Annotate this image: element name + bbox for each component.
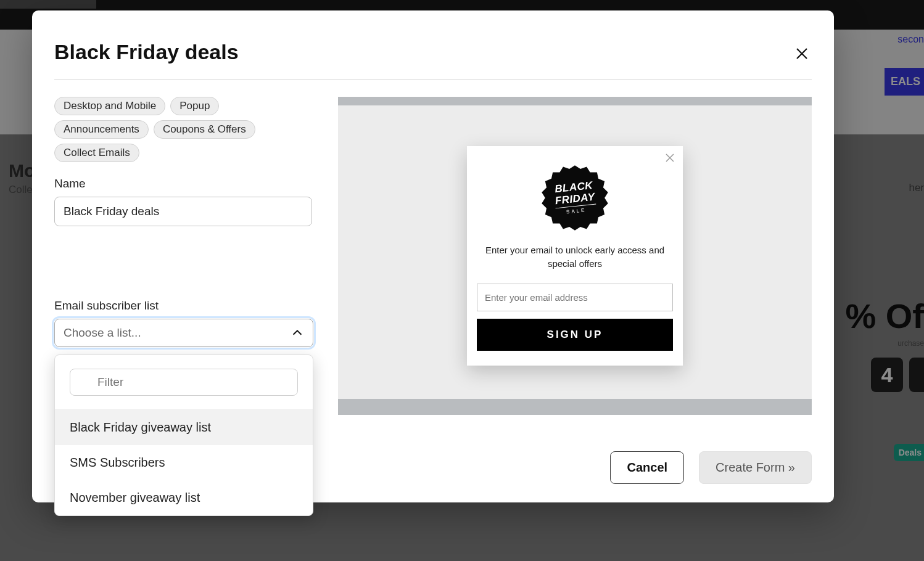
cancel-button[interactable]: Cancel <box>610 451 684 484</box>
email-list-select: Choose a list... Black Friday giveaway l… <box>54 319 312 347</box>
chevron-up-icon <box>291 326 304 340</box>
dropdown-filter-wrap <box>55 355 313 410</box>
dropdown-option-sms[interactable]: SMS Subscribers <box>55 445 313 480</box>
select-placeholder: Choose a list... <box>64 326 141 340</box>
modal-title: Black Friday deals <box>54 40 812 64</box>
tag-popup[interactable]: Popup <box>170 97 219 115</box>
dropdown-option-black-friday[interactable]: Black Friday giveaway list <box>55 410 313 445</box>
name-label: Name <box>54 177 312 190</box>
tag-coupons-offers[interactable]: Coupons & Offers <box>154 120 255 139</box>
badge-line3: SALE <box>566 207 587 215</box>
close-icon <box>794 46 809 61</box>
badge-line2: FRIDAY <box>555 191 596 208</box>
black-friday-badge: BLACK FRIDAY SALE <box>540 163 609 232</box>
email-list-label: Email subscriber list <box>54 299 312 313</box>
tag-list: Desktop and Mobile Popup Announcements C… <box>54 97 312 162</box>
form-left-column: Desktop and Mobile Popup Announcements C… <box>54 97 312 415</box>
modal-divider <box>54 79 812 80</box>
email-list-select-button[interactable]: Choose a list... <box>54 319 313 347</box>
modal-body: Desktop and Mobile Popup Announcements C… <box>54 97 812 415</box>
close-button[interactable] <box>792 44 812 63</box>
tag-announcements[interactable]: Announcements <box>54 120 149 139</box>
popup-signup-button[interactable]: SIGN UP <box>477 319 673 351</box>
dropdown-option-november[interactable]: November giveaway list <box>55 480 313 515</box>
dropdown-filter-input[interactable] <box>70 369 298 396</box>
preview-area: BLACK FRIDAY SALE Enter your email to un… <box>338 97 812 415</box>
tag-collect-emails[interactable]: Collect Emails <box>54 144 139 162</box>
modal-actions: Cancel Create Form » <box>610 451 812 484</box>
create-form-button[interactable]: Create Form » <box>699 451 812 484</box>
tag-desktop-mobile[interactable]: Desktop and Mobile <box>54 97 165 115</box>
create-form-modal: Black Friday deals Desktop and Mobile Po… <box>32 10 834 502</box>
popup-close-icon <box>664 152 675 163</box>
popup-preview: BLACK FRIDAY SALE Enter your email to un… <box>467 146 683 366</box>
name-input[interactable] <box>54 197 312 226</box>
popup-email-input[interactable] <box>477 284 673 311</box>
email-list-dropdown: Black Friday giveaway list SMS Subscribe… <box>54 354 313 516</box>
popup-description: Enter your email to unlock early access … <box>477 244 673 284</box>
